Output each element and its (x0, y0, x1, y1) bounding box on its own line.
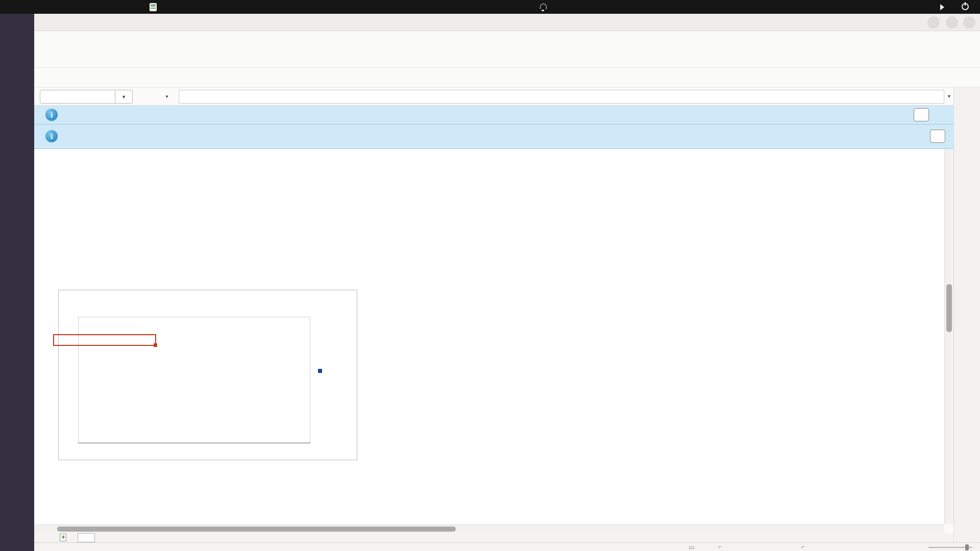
info-icon: i (45, 130, 58, 142)
restore-button[interactable] (946, 16, 958, 29)
volume-icon[interactable] (940, 4, 947, 10)
system-top-bar (0, 0, 980, 14)
get-involved-button[interactable] (914, 108, 929, 121)
infobar-donate: i (34, 124, 953, 149)
add-sheet-icon[interactable] (60, 534, 66, 541)
sidebar-tab-strip (953, 88, 980, 542)
embedded-chart[interactable] (58, 290, 357, 460)
chart-legend (318, 368, 324, 374)
object-position-icon: ⌐ (718, 543, 722, 550)
sheet-tab-bar (34, 533, 953, 542)
drawing-object-toolbar (34, 68, 980, 88)
status-bar: ▭ ⌐ ⌐ (34, 542, 980, 551)
formula-bar: ▼ ▼ ▼ (34, 88, 953, 106)
expand-formula-bar-icon[interactable]: ▼ (947, 94, 951, 99)
cell-cursor-A20[interactable] (53, 334, 156, 346)
chart-x-axis (78, 443, 310, 443)
sheet-tab-sheet1[interactable] (78, 533, 95, 542)
formula-input[interactable] (179, 90, 944, 104)
name-box-dropdown-icon[interactable]: ▼ (115, 90, 133, 104)
legend-marker-icon (318, 369, 322, 373)
standard-toolbar (34, 47, 980, 68)
calc-app-icon (150, 3, 157, 11)
zoom-slider-thumb[interactable] (965, 544, 969, 550)
minimize-button[interactable] (927, 16, 940, 29)
window-titlebar[interactable] (34, 14, 980, 31)
close-button[interactable] (963, 16, 975, 29)
notification-bell-icon[interactable] (540, 4, 547, 9)
power-icon[interactable] (962, 3, 969, 10)
sum-dropdown-icon[interactable]: ▼ (165, 94, 169, 99)
vertical-scrollbar[interactable] (944, 149, 953, 524)
menubar (34, 31, 980, 47)
vertical-scrollbar-thumb[interactable] (946, 284, 952, 332)
insert-mode-icon[interactable]: ▭ (689, 543, 695, 551)
horizontal-scrollbar[interactable] (34, 524, 944, 533)
horizontal-scrollbar-thumb[interactable] (57, 527, 456, 532)
info-icon: i (45, 109, 58, 121)
donate-button[interactable] (930, 130, 945, 143)
infobar-get-involved: i (34, 106, 953, 124)
dock (0, 14, 34, 551)
object-size-icon: ⌐ (801, 543, 805, 550)
name-box[interactable] (40, 90, 115, 104)
